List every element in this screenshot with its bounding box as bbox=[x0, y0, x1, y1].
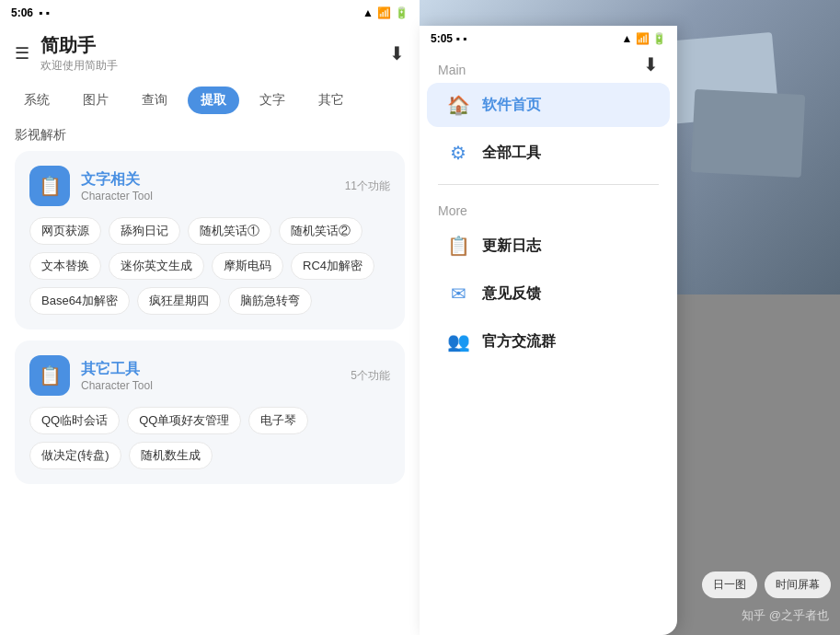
tag-webpage[interactable]: 网页获源 bbox=[29, 217, 101, 245]
tag-random[interactable]: 随机数生成 bbox=[129, 442, 213, 469]
drawer-home-label: 软件首页 bbox=[482, 96, 541, 115]
drawer-item-feedback[interactable]: ✉ 意见反馈 bbox=[427, 271, 670, 316]
tag-decision[interactable]: 做决定(转盘) bbox=[29, 442, 121, 469]
drawer-signal-icon: 📶 bbox=[636, 32, 650, 45]
bottom-card-time-screen[interactable]: 时间屏幕 bbox=[765, 572, 831, 598]
tab-image[interactable]: 图片 bbox=[70, 87, 121, 114]
drawer-changelog-label: 更新日志 bbox=[482, 237, 541, 256]
wifi-icon: ▲ bbox=[362, 6, 374, 19]
drawer-community-label: 官方交流群 bbox=[482, 332, 556, 352]
tag-rc4[interactable]: RC4加解密 bbox=[291, 252, 374, 280]
tag-base64[interactable]: Base64加解密 bbox=[29, 287, 130, 315]
status-icons: ▪ ▪ bbox=[39, 6, 50, 19]
tab-query[interactable]: 查询 bbox=[129, 87, 180, 114]
download-button[interactable]: ⬇ bbox=[389, 42, 405, 64]
left-status-bar: 5:06 ▪ ▪ ▲ 📶 🔋 bbox=[0, 0, 420, 26]
card-count-2: 5个功能 bbox=[351, 368, 390, 384]
tag-diary[interactable]: 舔狗日记 bbox=[109, 217, 180, 245]
header-title-block: 简助手 欢迎使用简助手 bbox=[40, 33, 118, 74]
feedback-icon: ✉ bbox=[445, 283, 471, 305]
drawer-status-right: ▲ 📶 🔋 bbox=[621, 32, 666, 45]
menu-icon[interactable]: ☰ bbox=[15, 43, 29, 64]
photo-collage bbox=[656, 37, 822, 221]
card-text-2: 其它工具 Character Tool bbox=[81, 360, 153, 392]
other-tool-card: 📋 其它工具 Character Tool 5个功能 QQ临时会话 QQ单项好友… bbox=[15, 341, 405, 484]
tab-system[interactable]: 系统 bbox=[11, 87, 63, 114]
card-text-1: 文字相关 Character Tool bbox=[81, 170, 153, 202]
tab-extract[interactable]: 提取 bbox=[188, 87, 239, 114]
right-panel: 5:05 ▪ ▪ ▲ 📶 🔋 ⬇ Main 🏠 软件首页 ⚙ 全部工具 More… bbox=[420, 0, 840, 635]
card-header-2: 📋 其它工具 Character Tool 5个功能 bbox=[29, 355, 390, 396]
tag-mini-eng[interactable]: 迷你英文生成 bbox=[109, 252, 204, 280]
drawer-divider bbox=[438, 184, 659, 185]
signal-icon: 📶 bbox=[377, 6, 391, 19]
changelog-icon: 📋 bbox=[445, 235, 471, 257]
text-tool-card: 📋 文字相关 Character Tool 11个功能 网页获源 舔狗日记 随机… bbox=[15, 151, 405, 329]
drawer-time-block: 5:05 ▪ ▪ bbox=[431, 32, 466, 45]
card-subtitle-1: Character Tool bbox=[81, 190, 153, 202]
tag-replace[interactable]: 文本替换 bbox=[29, 252, 101, 280]
tag-piano[interactable]: 电子琴 bbox=[248, 407, 308, 434]
photo-2 bbox=[691, 89, 806, 178]
header-left: ☰ 简助手 欢迎使用简助手 bbox=[15, 33, 118, 74]
status-left: 5:06 ▪ ▪ bbox=[11, 6, 50, 19]
home-icon: 🏠 bbox=[445, 94, 471, 116]
card-header-1: 📋 文字相关 Character Tool 11个功能 bbox=[29, 166, 390, 206]
all-tools-icon: ⚙ bbox=[445, 142, 471, 164]
content-area: 影视解析 📋 文字相关 Character Tool 11个功能 网页获源 舔狗… bbox=[0, 120, 420, 635]
tag-qq-friend[interactable]: QQ单项好友管理 bbox=[127, 407, 241, 434]
left-header: ☰ 简助手 欢迎使用简助手 ⬇ bbox=[0, 26, 420, 81]
card-icon-1: 📋 bbox=[29, 166, 70, 206]
drawer-item-changelog[interactable]: 📋 更新日志 bbox=[427, 224, 670, 268]
tag-riddle[interactable]: 脑筋急转弯 bbox=[228, 287, 312, 315]
drawer-item-all-tools[interactable]: ⚙ 全部工具 bbox=[427, 131, 670, 175]
card-count-1: 11个功能 bbox=[345, 179, 390, 194]
tags-area-2: QQ临时会话 QQ单项好友管理 电子琴 做决定(转盘) 随机数生成 bbox=[29, 407, 390, 469]
card-info-2: 📋 其它工具 Character Tool bbox=[29, 355, 153, 396]
drawer-all-tools-label: 全部工具 bbox=[482, 144, 541, 163]
section-title: 影视解析 bbox=[15, 127, 405, 144]
navigation-drawer: 5:05 ▪ ▪ ▲ 📶 🔋 ⬇ Main 🏠 软件首页 ⚙ 全部工具 More… bbox=[420, 26, 677, 635]
drawer-item-community[interactable]: 👥 官方交流群 bbox=[427, 319, 670, 364]
tag-joke1[interactable]: 随机笑话① bbox=[188, 217, 271, 245]
drawer-main-section: Main bbox=[420, 52, 677, 81]
community-icon: 👥 bbox=[445, 330, 471, 352]
tag-joke2[interactable]: 随机笑话② bbox=[279, 217, 362, 245]
tag-crazy-thu[interactable]: 疯狂星期四 bbox=[137, 287, 221, 315]
drawer-download-button[interactable]: ⬇ bbox=[643, 53, 659, 75]
left-time: 5:06 bbox=[11, 6, 33, 19]
tabs-bar: 系统 图片 查询 提取 文字 其它 bbox=[0, 81, 420, 120]
drawer-status-bar: 5:05 ▪ ▪ ▲ 📶 🔋 bbox=[420, 26, 677, 52]
bottom-card-daily[interactable]: 日一图 bbox=[702, 572, 757, 598]
battery-icon: 🔋 bbox=[395, 6, 408, 19]
app-subtitle: 欢迎使用简助手 bbox=[40, 58, 118, 74]
status-right: ▲ 📶 🔋 bbox=[362, 6, 408, 19]
drawer-item-home[interactable]: 🏠 软件首页 bbox=[427, 83, 670, 127]
drawer-time: 5:05 bbox=[431, 32, 453, 45]
app-title: 简助手 bbox=[40, 33, 118, 58]
tab-other[interactable]: 其它 bbox=[305, 87, 357, 114]
card-info-1: 📋 文字相关 Character Tool bbox=[29, 166, 153, 206]
card-icon-glyph-2: 📋 bbox=[39, 364, 62, 387]
tag-qq-chat[interactable]: QQ临时会话 bbox=[29, 407, 120, 434]
card-icon-glyph-1: 📋 bbox=[39, 175, 62, 197]
drawer-more-section: More bbox=[420, 192, 677, 222]
tag-morse[interactable]: 摩斯电码 bbox=[212, 252, 283, 280]
drawer-battery-icon: 🔋 bbox=[652, 32, 666, 45]
card-icon-2: 📋 bbox=[29, 355, 70, 396]
tab-text[interactable]: 文字 bbox=[247, 87, 298, 114]
card-subtitle-2: Character Tool bbox=[81, 379, 153, 392]
drawer-status-icons: ▪ ▪ bbox=[455, 32, 466, 45]
left-panel: 5:06 ▪ ▪ ▲ 📶 🔋 ☰ 简助手 欢迎使用简助手 ⬇ 系统 图片 查询 … bbox=[0, 0, 420, 635]
drawer-feedback-label: 意见反馈 bbox=[482, 284, 541, 304]
drawer-wifi-icon: ▲ bbox=[621, 32, 632, 45]
watermark: 知乎 @之乎者也 bbox=[742, 607, 829, 624]
bottom-cards-area: 日一图 时间屏幕 bbox=[702, 572, 831, 598]
card-name-2: 其它工具 bbox=[81, 360, 153, 379]
tags-area-1: 网页获源 舔狗日记 随机笑话① 随机笑话② 文本替换 迷你英文生成 摩斯电码 R… bbox=[29, 217, 390, 315]
card-name-1: 文字相关 bbox=[81, 170, 153, 190]
